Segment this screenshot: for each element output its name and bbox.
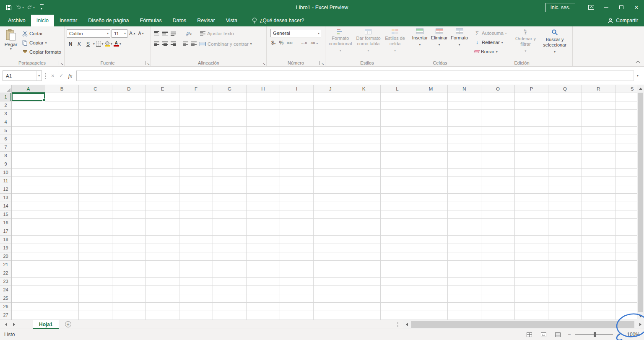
- copy-button[interactable]: Copiar ▾: [21, 38, 63, 47]
- row-header-15[interactable]: 15: [0, 210, 11, 219]
- delete-cells-button[interactable]: Eliminar ▾: [430, 29, 449, 60]
- decrease-decimal-button[interactable]: .00→: [310, 41, 318, 45]
- column-header-R[interactable]: R: [582, 85, 615, 93]
- align-center-button[interactable]: [162, 42, 168, 46]
- decrease-indent-button[interactable]: [183, 42, 188, 46]
- row-header-25[interactable]: 25: [0, 294, 11, 303]
- customize-quick-access-button[interactable]: ▾: [37, 3, 46, 13]
- column-header-P[interactable]: P: [515, 85, 548, 93]
- align-right-button[interactable]: [171, 42, 176, 46]
- font-dialog-launcher[interactable]: [145, 61, 149, 65]
- zoom-level[interactable]: 100%: [626, 332, 640, 337]
- increase-decimal-button[interactable]: ←.0: [301, 41, 307, 45]
- increase-indent-button[interactable]: [191, 42, 197, 46]
- sheet-tab-hoja1[interactable]: Hoja1: [33, 320, 59, 329]
- collapse-ribbon-button[interactable]: [636, 60, 640, 64]
- zoom-out-button[interactable]: −: [567, 332, 572, 338]
- column-header-I[interactable]: I: [280, 85, 314, 93]
- horizontal-scroll-track[interactable]: [410, 320, 637, 329]
- vertical-scrollbar[interactable]: [637, 85, 644, 320]
- cell-styles-button[interactable]: Estilos de celda ▾: [383, 29, 407, 60]
- number-format-combo[interactable]: General▾: [270, 29, 321, 37]
- vertical-scroll-thumb[interactable]: [638, 93, 643, 312]
- formula-bar-splitter[interactable]: [45, 73, 47, 79]
- tell-me-box[interactable]: ¿Qué desea hacer?: [252, 17, 304, 24]
- clipboard-dialog-launcher[interactable]: [59, 61, 63, 65]
- cut-button[interactable]: Cortar: [21, 29, 63, 38]
- new-sheet-button[interactable]: +: [65, 321, 71, 327]
- row-header-7[interactable]: 7: [0, 143, 11, 152]
- next-sheet-button[interactable]: [13, 323, 15, 326]
- zoom-slider-thumb[interactable]: [594, 332, 596, 337]
- column-header-N[interactable]: N: [448, 85, 481, 93]
- formula-bar-expand-button[interactable]: ▾: [634, 70, 641, 81]
- row-header-17[interactable]: 17: [0, 227, 11, 236]
- column-header-A[interactable]: A: [12, 85, 45, 93]
- number-dialog-launcher[interactable]: [319, 61, 324, 65]
- tab-datos[interactable]: Datos: [167, 15, 192, 26]
- font-size-combo[interactable]: 11▾: [112, 29, 127, 38]
- row-header-14[interactable]: 14: [0, 202, 11, 210]
- row-header-5[interactable]: 5: [0, 127, 11, 135]
- scroll-down-button[interactable]: [637, 313, 644, 320]
- select-all-button[interactable]: [0, 85, 12, 93]
- tab-archivo[interactable]: Archivo: [3, 15, 31, 26]
- percent-button[interactable]: %: [279, 40, 283, 46]
- row-header-27[interactable]: 27: [0, 311, 11, 319]
- tab-formulas[interactable]: Fórmulas: [135, 15, 167, 26]
- borders-button[interactable]: ▾: [96, 40, 104, 48]
- row-header-22[interactable]: 22: [0, 269, 11, 278]
- close-button[interactable]: ×: [629, 0, 644, 15]
- normal-view-button[interactable]: [524, 330, 534, 339]
- align-bottom-button[interactable]: [171, 31, 176, 36]
- row-header-10[interactable]: 10: [0, 169, 11, 177]
- orientation-button[interactable]: ab▾: [185, 31, 192, 36]
- zoom-slider[interactable]: [575, 334, 613, 335]
- tab-insertar[interactable]: Insertar: [54, 15, 83, 26]
- zoom-in-button[interactable]: +: [616, 332, 621, 338]
- tab-diseno-de-pagina[interactable]: Diseño de página: [83, 15, 134, 26]
- row-header-4[interactable]: 4: [0, 118, 11, 127]
- column-header-E[interactable]: E: [146, 85, 179, 93]
- merge-center-button[interactable]: Combinar y centrar▾: [200, 42, 252, 47]
- column-header-Q[interactable]: Q: [548, 85, 582, 93]
- sort-filter-button[interactable]: A↓Z Ordenar y filtrar ▾: [513, 28, 539, 60]
- formula-input[interactable]: [76, 70, 634, 81]
- selected-cell-a1[interactable]: [12, 93, 45, 101]
- row-header-13[interactable]: 13: [0, 194, 11, 202]
- decrease-font-size-button[interactable]: A▼: [138, 29, 145, 38]
- increase-font-size-button[interactable]: A▲: [129, 29, 136, 38]
- clear-button[interactable]: Borrar ▾: [473, 47, 513, 56]
- conditional-formatting-button[interactable]: Formato condicional ▾: [327, 29, 354, 60]
- bold-button[interactable]: N: [67, 40, 74, 48]
- column-header-D[interactable]: D: [112, 85, 146, 93]
- alignment-dialog-launcher[interactable]: [261, 61, 265, 65]
- column-header-S[interactable]: S: [615, 85, 637, 93]
- column-header-J[interactable]: J: [314, 85, 347, 93]
- save-button[interactable]: [4, 3, 13, 13]
- maximize-button[interactable]: [614, 0, 629, 15]
- column-header-H[interactable]: H: [247, 85, 280, 93]
- name-box[interactable]: A1 ▾: [3, 70, 42, 81]
- share-button[interactable]: Compartir: [608, 18, 638, 23]
- format-as-table-button[interactable]: Dar formato como tabla ▾: [354, 29, 382, 60]
- fill-color-button[interactable]: ▾: [105, 40, 112, 48]
- row-header-1[interactable]: 1: [0, 93, 11, 101]
- column-header-O[interactable]: O: [481, 85, 515, 93]
- row-header-3[interactable]: 3: [0, 110, 11, 118]
- ribbon-display-options-button[interactable]: [584, 0, 599, 15]
- autosum-button[interactable]: Σ Autosuma ▾: [473, 29, 513, 38]
- align-top-button[interactable]: [154, 31, 159, 36]
- row-header-12[interactable]: 12: [0, 185, 11, 194]
- cancel-button[interactable]: ×: [51, 73, 55, 79]
- horizontal-scroll-thumb[interactable]: [411, 321, 634, 328]
- paste-button[interactable]: Pegar ▾: [1, 28, 21, 60]
- column-header-L[interactable]: L: [381, 85, 414, 93]
- row-header-19[interactable]: 19: [0, 244, 11, 252]
- underline-button[interactable]: S: [84, 40, 92, 48]
- row-header-24[interactable]: 24: [0, 286, 11, 294]
- row-header-9[interactable]: 9: [0, 160, 11, 169]
- italic-button[interactable]: K: [75, 40, 83, 48]
- redo-button[interactable]: ▾: [26, 3, 35, 13]
- minimize-button[interactable]: [599, 0, 614, 15]
